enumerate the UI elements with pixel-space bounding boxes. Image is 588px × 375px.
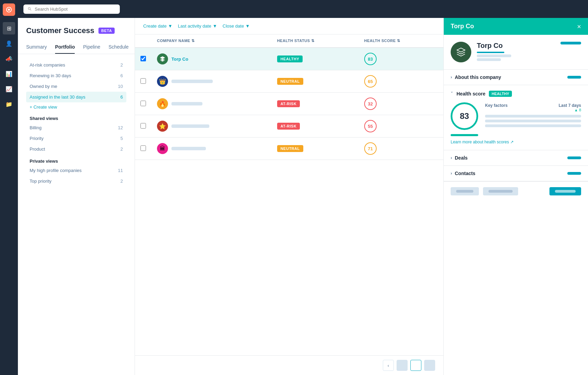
tab-summary[interactable]: Summary (26, 41, 47, 54)
views-section: At-risk companies 2 Renewing in 30 days … (18, 54, 135, 192)
health-score: 55 (364, 120, 377, 132)
learn-more-link[interactable]: Learn more about health scores ↗ (451, 140, 581, 144)
nav-sidebar: ⊞ 👤 📣 📊 📈 📁 (0, 0, 18, 375)
view-item-assigned[interactable]: Assigned in the last 30 days 6 (26, 92, 126, 102)
factor-bar-1 (485, 115, 581, 118)
panel-footer (444, 181, 588, 201)
page-btn-2[interactable] (410, 360, 421, 371)
health-score: 32 (364, 98, 377, 110)
contacts-section-title[interactable]: › Contacts (451, 171, 475, 176)
panel-header: Torp Co × (444, 18, 588, 35)
status-badge: NEUTRAL (277, 145, 303, 152)
table-row[interactable]: 🏛 NEUTRAL 71 (135, 138, 443, 160)
hero-company-name: Torp Co (477, 42, 555, 50)
factor-bar-3 (485, 124, 581, 127)
view-item-product[interactable]: Product 2 (26, 144, 126, 154)
company-avatar: 🔥 (157, 98, 168, 109)
last7-label: Last 7 days (559, 103, 581, 108)
footer-action-btn-1[interactable] (451, 187, 479, 195)
col-company-name: COMPANY NAME ⇅ (151, 34, 272, 48)
score-ring: 83 (451, 102, 478, 130)
company-avatar: 🏛 (157, 143, 168, 154)
tab-portfolio[interactable]: Portfolio (55, 41, 75, 54)
trend-indicator: ▲ 8 (574, 108, 581, 112)
table-row[interactable]: 👑 NEUTRAL 65 (135, 70, 443, 93)
company-name-placeholder (171, 102, 202, 105)
page-header: Customer Success BETA (18, 18, 135, 41)
nav-icon-contacts[interactable]: 👤 (3, 37, 15, 50)
company-avatar: 👑 (157, 76, 168, 87)
view-item-at-risk[interactable]: At-risk companies 2 (26, 60, 126, 70)
private-views-label: Private views (26, 154, 126, 165)
footer-action-btn-2[interactable] (483, 187, 518, 195)
tabs: Summary Portfolio Pipeline Schedule Feed (18, 41, 135, 54)
view-item-top-priority[interactable]: Top priority 2 (26, 176, 126, 186)
row-checkbox[interactable] (140, 78, 146, 84)
app-logo[interactable] (3, 3, 15, 16)
filter-create-date[interactable]: Create date ▼ (143, 23, 172, 29)
health-factors: Key factors Last 7 days ▲ 8 (485, 103, 581, 129)
row-checkbox[interactable] (140, 56, 146, 61)
hero-action-bar (560, 42, 581, 44)
tab-pipeline[interactable]: Pipeline (83, 41, 100, 54)
nav-icon-reports[interactable]: 📊 (3, 68, 15, 80)
view-item-owned[interactable]: Owned by me 10 (26, 81, 126, 92)
company-avatar (157, 53, 168, 64)
hero-gray-bar-1 (477, 54, 511, 57)
status-badge: NEUTRAL (277, 78, 303, 85)
nav-icon-analytics[interactable]: 📈 (3, 83, 15, 95)
shared-views-label: Shared views (26, 112, 126, 122)
hero-avatar (451, 42, 471, 62)
chevron-right-icon: › (451, 75, 452, 80)
view-item-high-profile[interactable]: My high profile companies 11 (26, 165, 126, 176)
nav-icon-dashboard[interactable]: ⊞ (3, 22, 15, 34)
about-section: › About this company (444, 70, 588, 85)
chevron-down-icon: ˅ (451, 91, 453, 97)
create-view-btn[interactable]: + Create view (26, 102, 126, 112)
deals-section: › Deals (444, 150, 588, 166)
page-btn-1[interactable] (397, 360, 408, 371)
view-item-billing[interactable]: Billing 12 (26, 122, 126, 133)
search-input[interactable] (35, 7, 116, 12)
company-name-placeholder (171, 124, 209, 128)
col-health-score: HEALTH SCORE ⇅ (359, 34, 443, 48)
table-row[interactable]: Torp Co HEALTHY 83 (135, 48, 443, 70)
prev-page-btn[interactable]: ‹ (383, 360, 394, 371)
row-checkbox[interactable] (140, 145, 146, 151)
status-badge: AT-RISK (277, 123, 300, 130)
filter-bar: Create date ▼ Last activity date ▼ Close… (135, 18, 443, 34)
view-item-priority[interactable]: Priority 5 (26, 133, 126, 144)
nav-icon-files[interactable]: 📁 (3, 98, 15, 110)
health-progress-bar (451, 134, 478, 136)
health-section-title: Health score (456, 91, 485, 97)
filter-close-date[interactable]: Close date ▼ (223, 23, 250, 29)
topbar (18, 0, 588, 18)
row-checkbox[interactable] (140, 123, 146, 129)
factor-bar-2 (485, 120, 581, 122)
about-action-bar (567, 76, 581, 79)
contacts-action-bar (567, 172, 581, 175)
company-name[interactable]: Torp Co (171, 57, 188, 62)
deals-section-title[interactable]: › Deals (451, 155, 468, 161)
filter-last-activity[interactable]: Last activity date ▼ (178, 23, 217, 29)
tab-schedule[interactable]: Schedule (108, 41, 128, 54)
companies-table: COMPANY NAME ⇅ HEALTH STATUS ⇅ HEALTH SC… (135, 34, 443, 160)
view-item-renewing[interactable]: Renewing in 30 days 6 (26, 70, 126, 81)
status-badge: HEALTHY (277, 55, 303, 62)
left-panel: Customer Success BETA Summary Portfolio … (18, 18, 135, 375)
pagination: ‹ (135, 355, 443, 375)
beta-badge: BETA (98, 28, 115, 34)
table-row[interactable]: ⭐ AT-RISK 55 (135, 115, 443, 138)
company-avatar: ⭐ (157, 121, 168, 132)
status-badge: AT-RISK (277, 100, 300, 107)
hero-teal-bar (477, 52, 504, 53)
row-checkbox[interactable] (140, 101, 146, 106)
table-row[interactable]: 🔥 AT-RISK 32 (135, 93, 443, 115)
close-panel-btn[interactable]: × (577, 23, 581, 30)
search-box[interactable] (23, 4, 120, 14)
nav-icon-marketing[interactable]: 📣 (3, 52, 15, 65)
main-area: Customer Success BETA Summary Portfolio … (18, 0, 588, 375)
page-btn-3[interactable] (424, 360, 435, 371)
about-section-title[interactable]: › About this company (451, 74, 501, 80)
footer-primary-btn[interactable] (549, 187, 581, 195)
